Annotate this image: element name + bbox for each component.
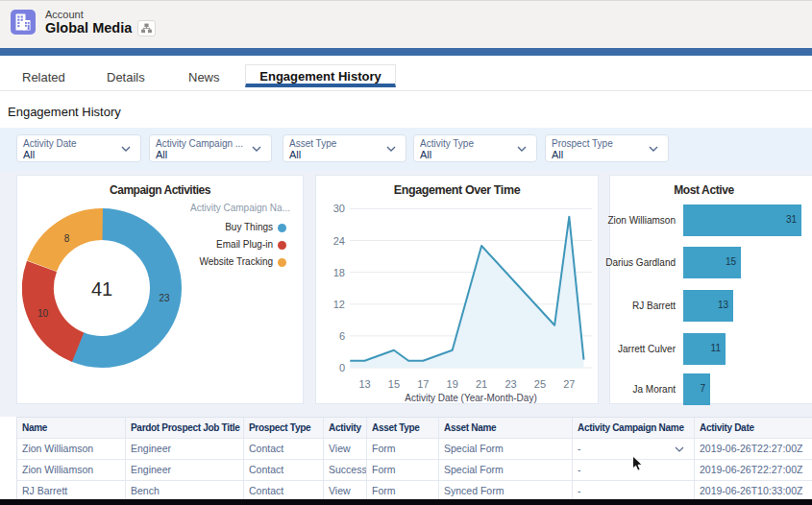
svg-text:25: 25: [534, 378, 546, 390]
svg-text:18: 18: [333, 267, 345, 278]
svg-text:10: 10: [37, 308, 49, 319]
svg-text:15: 15: [388, 378, 400, 390]
svg-text:21: 21: [476, 378, 487, 390]
svg-text:6: 6: [339, 330, 345, 342]
svg-text:17: 17: [417, 378, 429, 390]
svg-text:41: 41: [91, 278, 112, 300]
svg-text:Activity Date (Year-Month-Day): Activity Date (Year-Month-Day): [405, 393, 536, 403]
svg-text:23: 23: [504, 378, 516, 390]
svg-text:0: 0: [339, 362, 345, 373]
svg-text:12: 12: [333, 299, 345, 310]
svg-text:23: 23: [159, 293, 170, 303]
svg-text:24: 24: [333, 235, 345, 247]
svg-text:19: 19: [447, 378, 458, 390]
svg-text:27: 27: [563, 378, 575, 390]
svg-text:30: 30: [333, 203, 345, 214]
svg-text:13: 13: [358, 378, 370, 390]
